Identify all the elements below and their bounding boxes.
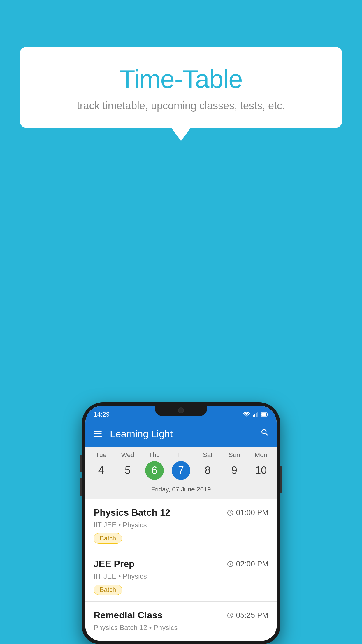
day-name: Thu — [149, 451, 160, 459]
search-icon[interactable] — [260, 428, 270, 440]
item-header: JEE Prep02:00 PM — [94, 559, 268, 569]
day-name: Tue — [96, 451, 106, 459]
item-header: Remedial Class05:25 PM — [94, 610, 268, 621]
power-button — [280, 466, 282, 493]
batch-tag: Batch — [94, 584, 122, 595]
speech-bubble: Time-Table track timetable, upcoming cla… — [20, 47, 342, 128]
item-time: 01:00 PM — [227, 508, 268, 517]
clock-icon — [227, 612, 234, 619]
selected-date-label: Friday, 07 June 2019 — [85, 483, 277, 497]
day-column[interactable]: Sun9 — [221, 451, 247, 480]
svg-rect-0 — [253, 415, 254, 417]
wifi-icon — [243, 412, 250, 417]
day-column[interactable]: Sat8 — [194, 451, 221, 480]
batch-tag: Batch — [94, 533, 122, 544]
clock-icon — [227, 509, 234, 516]
day-number[interactable]: 4 — [92, 461, 110, 480]
volume-down-button — [80, 478, 82, 496]
schedule-item[interactable]: JEE Prep02:00 PMIIT JEE • PhysicsBatch — [85, 550, 277, 602]
phone-outer: 14:29 — [82, 402, 280, 644]
item-title: Physics Batch 12 — [94, 507, 170, 518]
time-text: 02:00 PM — [236, 559, 268, 568]
day-name: Sun — [229, 451, 240, 459]
item-time: 05:25 PM — [227, 611, 268, 620]
hamburger-line-3 — [94, 436, 102, 437]
day-column[interactable]: Thu6 — [141, 451, 168, 480]
days-row: Tue4Wed5Thu6Fri7Sat8Sun9Mon10 — [85, 451, 277, 480]
day-name: Sat — [203, 451, 212, 459]
day-column[interactable]: Wed5 — [114, 451, 141, 480]
app-title: Learning Light — [110, 428, 253, 440]
calendar-strip: Tue4Wed5Thu6Fri7Sat8Sun9Mon10 Friday, 07… — [85, 447, 277, 499]
day-number[interactable]: 7 — [172, 461, 190, 480]
front-camera — [178, 407, 184, 413]
status-time: 14:29 — [94, 411, 110, 418]
day-number[interactable]: 10 — [252, 461, 270, 480]
hamburger-line-1 — [94, 431, 102, 432]
day-column[interactable]: Tue4 — [88, 451, 114, 480]
signal-icon — [253, 412, 259, 417]
day-name: Wed — [121, 451, 134, 459]
speech-bubble-container: Time-Table track timetable, upcoming cla… — [20, 47, 342, 128]
day-column[interactable]: Fri7 — [168, 451, 194, 480]
schedule-item[interactable]: Remedial Class05:25 PMPhysics Batch 12 •… — [85, 602, 277, 640]
item-time: 02:00 PM — [227, 559, 268, 568]
phone-mockup: 14:29 — [82, 402, 280, 644]
time-text: 01:00 PM — [236, 508, 268, 517]
hamburger-line-2 — [94, 433, 102, 434]
app-bar: Learning Light — [85, 421, 277, 447]
item-header: Physics Batch 1201:00 PM — [94, 507, 268, 518]
bubble-title: Time-Table — [31, 64, 331, 94]
phone-screen: 14:29 — [85, 406, 277, 640]
item-title: JEE Prep — [94, 559, 135, 569]
svg-rect-3 — [257, 412, 258, 417]
day-number[interactable]: 8 — [198, 461, 217, 480]
bubble-subtitle: track timetable, upcoming classes, tests… — [31, 100, 331, 112]
item-subtitle: IIT JEE • Physics — [94, 572, 268, 580]
item-subtitle: Physics Batch 12 • Physics — [94, 624, 268, 632]
volume-up-button — [80, 455, 82, 472]
hamburger-menu-button[interactable] — [92, 430, 103, 438]
day-number[interactable]: 5 — [118, 461, 137, 480]
schedule-item[interactable]: Physics Batch 1201:00 PMIIT JEE • Physic… — [85, 499, 277, 550]
svg-rect-1 — [254, 414, 255, 417]
day-name: Mon — [255, 451, 267, 459]
item-title: Remedial Class — [94, 610, 163, 621]
day-name: Fri — [177, 451, 185, 459]
time-text: 05:25 PM — [236, 611, 268, 620]
day-number[interactable]: 9 — [225, 461, 244, 480]
status-icons — [243, 412, 268, 417]
schedule-list: Physics Batch 1201:00 PMIIT JEE • Physic… — [85, 499, 277, 640]
svg-rect-6 — [261, 413, 266, 416]
battery-icon — [261, 412, 268, 417]
item-subtitle: IIT JEE • Physics — [94, 521, 268, 529]
day-column[interactable]: Mon10 — [248, 451, 274, 480]
svg-rect-5 — [267, 414, 268, 415]
clock-icon — [227, 561, 234, 568]
day-number[interactable]: 6 — [145, 461, 164, 480]
svg-rect-2 — [256, 413, 257, 417]
